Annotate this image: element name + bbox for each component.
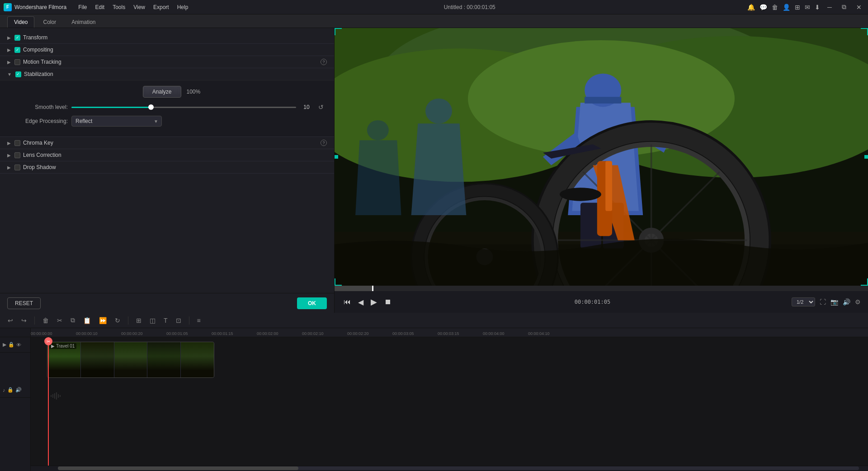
- edge-processing-select[interactable]: Reflect Crop Mirror Extend: [71, 116, 162, 127]
- scrollbar-thumb[interactable]: [58, 466, 298, 470]
- smooth-level-value: 10: [300, 104, 313, 110]
- smooth-level-reset[interactable]: ↺: [317, 103, 325, 111]
- lens-correction-checkbox[interactable]: [14, 152, 20, 158]
- motion-tracking-chevron: ▶: [7, 60, 11, 65]
- compositing-checkbox[interactable]: [14, 47, 20, 53]
- redo-button[interactable]: ↪: [19, 316, 29, 325]
- close-button[interactable]: ✕: [854, 3, 864, 12]
- edge-processing-label: Edge Processing:: [18, 118, 68, 124]
- audio-lock-icon[interactable]: 🔒: [7, 387, 14, 393]
- handle-bottom-left[interactable]: [335, 278, 342, 286]
- snapshot-icon[interactable]: 📷: [830, 298, 838, 306]
- handle-top-right[interactable]: [861, 28, 868, 35]
- trash-icon[interactable]: 🗑: [772, 4, 778, 11]
- chroma-key-header[interactable]: ▶ Chroma Key ?: [0, 137, 334, 149]
- video-eye-icon[interactable]: 👁: [16, 342, 21, 348]
- menu-edit[interactable]: Edit: [92, 3, 108, 12]
- tab-color[interactable]: Color: [36, 16, 63, 28]
- playhead[interactable]: ✂: [48, 337, 49, 466]
- analyze-pct: 100%: [187, 89, 201, 95]
- menu-tools[interactable]: Tools: [109, 3, 129, 12]
- volume-icon[interactable]: 🔊: [843, 298, 850, 306]
- thumb-4: [147, 342, 180, 377]
- rotate-button[interactable]: ↻: [113, 316, 123, 325]
- transform-header[interactable]: ▶ Transform: [0, 32, 334, 43]
- transform-checkbox[interactable]: [14, 35, 20, 41]
- tab-animation[interactable]: Animation: [65, 16, 102, 28]
- cut-button[interactable]: ✂: [55, 316, 65, 325]
- timeline-scrub[interactable]: [335, 286, 868, 291]
- motion-tracking-header[interactable]: ▶ Motion Tracking ?: [0, 56, 334, 68]
- message-icon[interactable]: 💬: [760, 4, 767, 11]
- text-button[interactable]: T: [161, 316, 170, 325]
- stabilization-header[interactable]: ▼ Stabilization: [0, 68, 334, 80]
- delete-button[interactable]: 🗑: [40, 316, 51, 325]
- notification-icon[interactable]: 🔔: [747, 4, 755, 11]
- scrollbar-track: [58, 466, 859, 470]
- timeline-settings-button[interactable]: ≡: [195, 316, 203, 325]
- motion-tracking-info-icon[interactable]: ?: [321, 59, 327, 65]
- paste-button[interactable]: 📋: [81, 316, 93, 325]
- minimize-button[interactable]: ─: [825, 3, 835, 12]
- menu-file[interactable]: File: [75, 3, 90, 12]
- copy-button[interactable]: ⧉: [68, 315, 77, 325]
- reset-button[interactable]: RESET: [7, 297, 41, 309]
- right-panel: ⏮ ◀ ▶ ⏹ 00:00:01:05 1/2 Full 1/4 ⛶ 📷 🔊 ⚙: [335, 28, 868, 313]
- email-icon[interactable]: ✉: [805, 4, 810, 11]
- chroma-key-checkbox[interactable]: [14, 140, 20, 146]
- grid-icon[interactable]: ⊞: [795, 4, 800, 11]
- transition-button[interactable]: ⊞: [134, 316, 144, 325]
- fullscreen-icon[interactable]: ⛶: [820, 298, 826, 306]
- ok-button[interactable]: OK: [297, 297, 327, 309]
- download-icon[interactable]: ⬇: [815, 4, 820, 11]
- crop-button[interactable]: ⊡: [174, 316, 184, 325]
- audio-waveform: [51, 391, 78, 401]
- audio-volume-icon[interactable]: 🔊: [15, 387, 22, 393]
- video-track-header: ▶ 🔒 👁: [0, 337, 30, 353]
- track-label: ▶ Travel 01: [49, 343, 76, 349]
- speed-button[interactable]: ⏩: [97, 316, 109, 325]
- chroma-key-label: Chroma Key: [23, 140, 318, 146]
- step-back-button[interactable]: ◀: [356, 296, 365, 308]
- lens-correction-header[interactable]: ▶ Lens Correction: [0, 149, 334, 161]
- properties-panel: ▶ Transform ▶ Compositing ▶: [0, 28, 334, 293]
- stop-button[interactable]: ⏹: [382, 296, 393, 308]
- handle-mid-left[interactable]: [335, 155, 338, 159]
- menu-export[interactable]: Export: [150, 3, 173, 12]
- analyze-button[interactable]: Analyze: [143, 86, 181, 98]
- play-button[interactable]: ▶: [369, 295, 379, 309]
- svg-rect-32: [51, 395, 52, 397]
- tab-video[interactable]: Video: [7, 16, 34, 28]
- timeline-scrollbar[interactable]: [31, 466, 868, 471]
- motion-tracking-checkbox[interactable]: [14, 59, 20, 65]
- drop-shadow-checkbox[interactable]: [14, 165, 20, 170]
- video-frame-svg: [335, 28, 868, 286]
- menu-help[interactable]: Help: [174, 3, 192, 12]
- handle-top-left[interactable]: [335, 28, 342, 35]
- skip-back-button[interactable]: ⏮: [342, 296, 353, 308]
- drop-shadow-header[interactable]: ▶ Drop Shadow: [0, 161, 334, 173]
- video-track-clip[interactable]: ▶ Travel 01: [47, 342, 214, 378]
- preview-area: [335, 28, 868, 286]
- stabilization-checkbox[interactable]: [15, 71, 21, 77]
- compositing-header[interactable]: ▶ Compositing: [0, 44, 334, 56]
- smooth-level-slider[interactable]: [71, 107, 296, 108]
- timeline-tracks[interactable]: ✂ ▶ Travel 01: [31, 337, 868, 466]
- undo-button[interactable]: ↩: [5, 316, 15, 325]
- overlay-button[interactable]: ◫: [147, 316, 158, 325]
- stabilization-content: Analyze 100% Smooth level: 10 ↺ Edge Pro…: [0, 80, 334, 137]
- analyze-row: Analyze 100%: [18, 86, 325, 98]
- smooth-level-row: Smooth level: 10 ↺: [18, 103, 325, 111]
- settings-icon[interactable]: ⚙: [855, 298, 861, 306]
- chroma-key-info-icon[interactable]: ?: [321, 140, 327, 146]
- quality-select[interactable]: 1/2 Full 1/4: [792, 297, 815, 306]
- lens-correction-label: Lens Correction: [23, 152, 327, 158]
- menu-view[interactable]: View: [130, 3, 149, 12]
- user-icon[interactable]: 👤: [783, 4, 790, 11]
- title-text: Untitled : 00:00:01:05: [444, 4, 495, 10]
- restore-button[interactable]: ⧉: [839, 2, 849, 12]
- handle-mid-right[interactable]: [864, 155, 868, 159]
- video-lock-icon[interactable]: 🔒: [8, 342, 14, 348]
- handle-bottom-right[interactable]: [861, 278, 868, 286]
- audio-track-area: [47, 382, 868, 410]
